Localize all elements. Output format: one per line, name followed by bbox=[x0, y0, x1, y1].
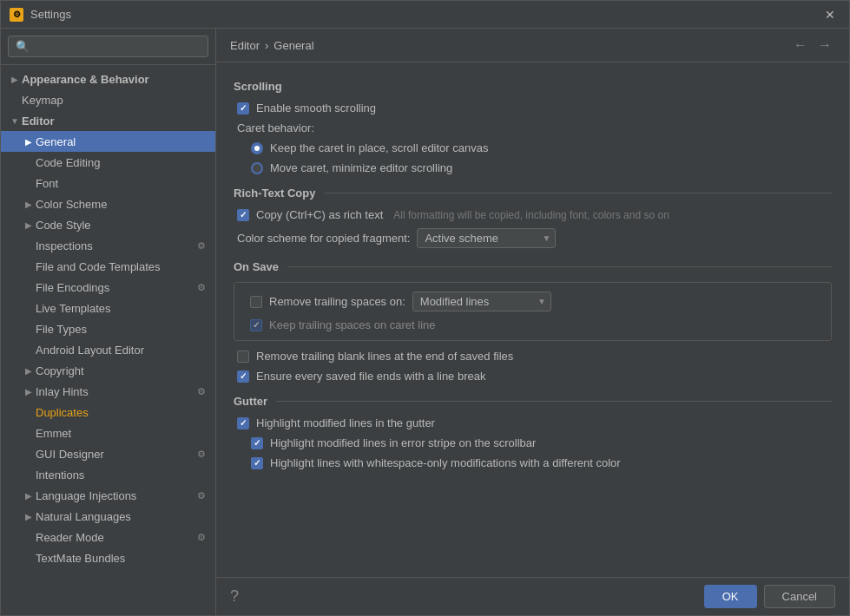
sidebar-item-inspections[interactable]: Inspections ⚙ bbox=[1, 235, 215, 256]
remove-blank-row: Remove trailing blank lines at the end o… bbox=[234, 350, 832, 363]
sidebar-item-code-style[interactable]: ▶ Code Style bbox=[1, 214, 215, 235]
sidebar-item-inlay-hints[interactable]: ▶ Inlay Hints ⚙ bbox=[1, 381, 215, 402]
back-button[interactable]: ← bbox=[790, 36, 811, 55]
copy-rich-text-row: Copy (Ctrl+C) as rich text All formattin… bbox=[234, 208, 832, 221]
sidebar-item-code-editing[interactable]: Code Editing bbox=[1, 152, 215, 173]
sidebar-item-label: Intentions bbox=[36, 469, 208, 482]
copy-rich-text-hint: All formatting will be copied, including… bbox=[393, 209, 669, 221]
sidebar-item-file-types[interactable]: File Types bbox=[1, 318, 215, 339]
divider-line bbox=[287, 266, 832, 267]
sidebar-item-label: File Encodings bbox=[36, 281, 194, 294]
sidebar-item-natural-languages[interactable]: ▶ Natural Languages bbox=[1, 506, 215, 527]
sidebar-item-android-layout[interactable]: Android Layout Editor bbox=[1, 339, 215, 360]
breadcrumb-current: General bbox=[273, 39, 313, 52]
sidebar-item-language-injections[interactable]: ▶ Language Injections ⚙ bbox=[1, 485, 215, 506]
spacer-icon bbox=[22, 280, 36, 294]
spacer-icon bbox=[8, 93, 22, 107]
gutter-section-title: Gutter bbox=[234, 395, 276, 408]
sidebar-tree: ▶ Appearance & Behavior Keymap ▼ Editor … bbox=[1, 65, 215, 615]
spacer-icon bbox=[22, 155, 36, 169]
spacer-icon bbox=[22, 468, 36, 482]
search-input[interactable] bbox=[8, 36, 208, 57]
sidebar-item-label: File and Code Templates bbox=[36, 260, 208, 273]
sidebar-item-label: Editor bbox=[22, 115, 208, 128]
remove-trailing-checkbox[interactable] bbox=[250, 296, 262, 308]
settings-content: Scrolling Enable smooth scrolling Caret … bbox=[216, 62, 849, 577]
sidebar-item-font[interactable]: Font bbox=[1, 173, 215, 193]
highlight-error-stripe-row: Highlight modified lines in error stripe… bbox=[234, 436, 832, 449]
spacer-icon bbox=[22, 259, 36, 273]
color-scheme-label: Color scheme for copied fragment: bbox=[237, 232, 410, 245]
main-content: ▶ Appearance & Behavior Keymap ▼ Editor … bbox=[1, 29, 849, 615]
settings-badge: ⚙ bbox=[194, 530, 208, 544]
caret-behavior-label: Caret behavior: bbox=[237, 121, 314, 134]
close-button[interactable]: ✕ bbox=[820, 6, 840, 23]
move-caret-radio[interactable] bbox=[251, 162, 263, 174]
smooth-scrolling-checkbox[interactable] bbox=[237, 102, 249, 115]
sidebar-item-label: Duplicates bbox=[36, 406, 208, 419]
search-box bbox=[1, 29, 215, 65]
chevron-right-icon: ▶ bbox=[22, 488, 36, 502]
sidebar-item-file-encodings[interactable]: File Encodings ⚙ bbox=[1, 277, 215, 298]
spacer-icon bbox=[22, 551, 36, 565]
spacer-icon bbox=[22, 530, 36, 544]
color-scheme-select[interactable]: Active scheme Default Darcula bbox=[417, 228, 556, 248]
sidebar-item-label: GUI Designer bbox=[36, 448, 194, 461]
sidebar-item-label: Copyright bbox=[36, 364, 208, 377]
sidebar-item-appearance[interactable]: ▶ Appearance & Behavior bbox=[1, 69, 215, 89]
ok-button[interactable]: OK bbox=[704, 585, 757, 608]
breadcrumb: Editor › General bbox=[230, 39, 314, 52]
sidebar-item-keymap[interactable]: Keymap bbox=[1, 89, 215, 110]
modified-lines-select[interactable]: Modified lines All None bbox=[412, 292, 551, 311]
sidebar-item-gui-designer[interactable]: GUI Designer ⚙ bbox=[1, 443, 215, 464]
sidebar-item-label: Font bbox=[36, 177, 208, 190]
chevron-down-icon: ▼ bbox=[8, 114, 22, 128]
breadcrumb-bar: Editor › General ← → bbox=[216, 29, 849, 62]
sidebar-item-color-scheme[interactable]: ▶ Color Scheme bbox=[1, 193, 215, 214]
highlight-modified-row: Highlight modified lines in the gutter bbox=[234, 416, 832, 429]
keep-caret-row: Keep the caret in place, scroll editor c… bbox=[234, 141, 832, 154]
keep-trailing-checkbox[interactable] bbox=[250, 319, 262, 331]
sidebar-item-reader-mode[interactable]: Reader Mode ⚙ bbox=[1, 527, 215, 547]
cancel-button[interactable]: Cancel bbox=[764, 585, 835, 608]
copy-rich-text-checkbox[interactable] bbox=[237, 209, 249, 221]
highlight-modified-checkbox[interactable] bbox=[237, 417, 249, 429]
sidebar-item-duplicates[interactable]: Duplicates bbox=[1, 402, 215, 423]
on-save-section-title: On Save bbox=[234, 260, 287, 273]
sidebar-item-emmet[interactable]: Emmet bbox=[1, 423, 215, 443]
sidebar-item-intentions[interactable]: Intentions bbox=[1, 464, 215, 485]
sidebar-item-live-templates[interactable]: Live Templates bbox=[1, 298, 215, 318]
keep-caret-radio[interactable] bbox=[251, 142, 263, 154]
highlight-error-stripe-checkbox[interactable] bbox=[251, 437, 263, 449]
highlight-error-stripe-label: Highlight modified lines in error stripe… bbox=[270, 436, 536, 449]
sidebar-item-file-code-templates[interactable]: File and Code Templates bbox=[1, 256, 215, 277]
rich-text-section-title: Rich-Text Copy bbox=[234, 187, 324, 200]
highlight-modified-label: Highlight modified lines in the gutter bbox=[256, 416, 435, 429]
sidebar-item-general[interactable]: ▶ General bbox=[1, 131, 215, 152]
keep-trailing-row: Keep trailing spaces on caret line bbox=[247, 318, 819, 331]
sidebar-item-textmate-bundles[interactable]: TextMate Bundles bbox=[1, 547, 215, 568]
titlebar-left: ⚙ Settings bbox=[10, 8, 71, 22]
chevron-right-icon: ▶ bbox=[22, 509, 36, 523]
spacer-icon bbox=[22, 301, 36, 315]
sidebar: ▶ Appearance & Behavior Keymap ▼ Editor … bbox=[1, 29, 216, 615]
chevron-right-icon: ▶ bbox=[22, 384, 36, 398]
spacer-icon bbox=[22, 426, 36, 440]
smooth-scrolling-label: Enable smooth scrolling bbox=[256, 102, 376, 115]
forward-button[interactable]: → bbox=[814, 36, 835, 55]
sidebar-item-label: Natural Languages bbox=[36, 510, 208, 523]
sidebar-item-label: General bbox=[36, 135, 208, 148]
ensure-line-break-checkbox[interactable] bbox=[237, 370, 249, 383]
move-caret-row: Move caret, minimize editor scrolling bbox=[234, 161, 832, 174]
sidebar-item-editor[interactable]: ▼ Editor bbox=[1, 110, 215, 131]
highlight-whitespace-checkbox[interactable] bbox=[251, 457, 263, 469]
sidebar-item-label: Inspections bbox=[36, 239, 194, 252]
remove-blank-checkbox[interactable] bbox=[237, 351, 249, 363]
sidebar-item-copyright[interactable]: ▶ Copyright bbox=[1, 360, 215, 381]
spacer-icon bbox=[22, 405, 36, 419]
highlight-whitespace-label: Highlight lines with whitespace-only mod… bbox=[270, 456, 621, 469]
ensure-line-break-row: Ensure every saved file ends with a line… bbox=[234, 370, 832, 383]
spacer-icon bbox=[22, 447, 36, 461]
titlebar: ⚙ Settings ✕ bbox=[1, 1, 849, 29]
help-button[interactable]: ? bbox=[230, 587, 239, 606]
